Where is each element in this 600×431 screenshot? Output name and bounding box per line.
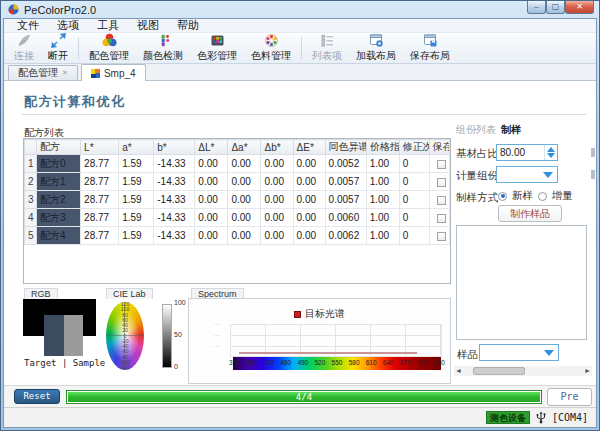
formula-table: 配方 L* a* b* ΔL* Δa* Δb* ΔE* 同色异谱 价格指数 修正…: [23, 138, 451, 284]
window-title: PeColorPro2.0: [24, 4, 96, 16]
statusbar: 测色设备 [COM4]: [4, 407, 596, 427]
table-row[interactable]: 4 配方3 28.77 1.59 -14.33 0.00 0.00 0.00 0…: [25, 209, 450, 227]
connect-button: 连接: [7, 33, 41, 63]
progress-fill: 4/4: [68, 392, 540, 402]
table-row[interactable]: 5 配方4 28.77 1.59 -14.33 0.00 0.00 0.00 0…: [25, 227, 450, 245]
maximize-button[interactable]: ▢: [546, 1, 565, 14]
menu-view[interactable]: 视图: [128, 19, 168, 32]
color-detect-button[interactable]: 颜色检测: [136, 33, 190, 63]
component-listbox[interactable]: [456, 225, 587, 340]
formula-name-cell[interactable]: 配方0: [37, 155, 81, 173]
connect-icon: [17, 33, 32, 48]
progress-text: 4/4: [68, 392, 540, 402]
palette-icon: [264, 33, 279, 48]
sample-select[interactable]: [479, 344, 559, 361]
window-frame: PeColorPro2.0 – ▢ ✕ 文件 选项 工具 视图 帮助 连接: [0, 0, 600, 431]
color-management-button[interactable]: 色彩管理: [190, 33, 244, 63]
table-row[interactable]: 2 配方1 28.77 1.59 -14.33 0.00 0.00 0.00 0…: [25, 173, 450, 191]
tab-rgb-panel[interactable]: RGB: [24, 288, 58, 299]
l-tick-100: 100: [174, 299, 186, 306]
reset-button[interactable]: Reset: [14, 389, 60, 404]
target-color-swatch: [44, 315, 64, 356]
legend-label: 目标光谱: [305, 307, 345, 321]
color-detect-icon: [156, 33, 171, 48]
minimize-button[interactable]: –: [527, 1, 546, 14]
menu-file[interactable]: 文件: [8, 19, 48, 32]
save-checkbox[interactable]: [437, 196, 446, 205]
load-layout-icon: [369, 33, 384, 48]
app-window: 文件 选项 工具 视图 帮助 连接 断开: [3, 18, 597, 428]
main-content: 配方计算和优化 配方列表 配方 L*: [4, 81, 596, 385]
target-spectrum-line: [239, 352, 417, 354]
tab-smp4[interactable]: Smp_4: [81, 64, 146, 81]
clipped-text-fragment: [591, 170, 595, 179]
table-header-row: 配方 L* a* b* ΔL* Δa* Δb* ΔE* 同色异谱 价格指数 修正…: [25, 140, 450, 155]
base-ratio-value[interactable]: 80.00: [497, 145, 544, 160]
spectrum-legend: 目标光谱: [189, 307, 450, 321]
tab-cielab-panel[interactable]: CIE Lab: [106, 288, 153, 299]
colorant-management-button[interactable]: 色料管理: [244, 33, 298, 63]
spin-down-icon[interactable]: [547, 153, 555, 158]
menubar: 文件 选项 工具 视图 帮助: [4, 19, 596, 33]
menu-help[interactable]: 帮助: [168, 19, 208, 32]
cielab-b-ticks: 120100 8060 4020 0-20 -40-60 -80-100 -12…: [112, 302, 138, 370]
titlebar[interactable]: PeColorPro2.0 – ▢ ✕: [1, 1, 599, 18]
tab-component-list[interactable]: 组份列表: [456, 123, 496, 137]
radio-new-sample[interactable]: [498, 192, 507, 201]
scroll-right-icon[interactable]: ►: [583, 366, 592, 376]
color-wheel-icon: [102, 33, 117, 48]
lightness-gradient-bar: [162, 304, 172, 368]
save-checkbox[interactable]: [437, 160, 446, 169]
formula-name-cell[interactable]: 配方4: [37, 227, 81, 245]
close-tab-icon[interactable]: ✕: [62, 69, 68, 77]
color-matching-button[interactable]: 配色管理: [82, 33, 136, 63]
tab-make-sample[interactable]: 制样: [501, 123, 521, 137]
l-tick-0: 0: [174, 363, 178, 370]
dosing-component-select[interactable]: [496, 166, 558, 183]
base-ratio-stepper[interactable]: 80.00: [496, 144, 558, 161]
save-checkbox[interactable]: [437, 214, 446, 223]
close-button[interactable]: ✕: [565, 1, 594, 14]
disconnect-button[interactable]: 断开: [41, 33, 75, 63]
spin-up-icon[interactable]: [547, 147, 555, 152]
rgb-caption: Target | Sample: [24, 358, 105, 368]
sample-color-swatch: [64, 315, 83, 356]
color-chart-icon: [210, 33, 225, 48]
radio-increment-label[interactable]: 增量: [552, 189, 573, 203]
save-layout-button[interactable]: 保存布局: [403, 33, 457, 63]
method-label: 制样方式: [456, 191, 498, 205]
method-radio-group: 新样 增量: [498, 189, 573, 203]
scrollbar-thumb[interactable]: [473, 367, 525, 375]
sample-label: 样品: [457, 348, 478, 362]
save-checkbox[interactable]: [437, 178, 446, 187]
menu-options[interactable]: 选项: [48, 19, 88, 32]
table-row[interactable]: 1 配方0 28.77 1.59 -14.33 0.00 0.00 0.00 0…: [25, 155, 450, 173]
formula-name-cell[interactable]: 配方1: [37, 173, 81, 191]
list-icon: [320, 33, 335, 48]
radio-new-sample-label[interactable]: 新样: [512, 189, 533, 203]
document-tabbar: 配色管理 ✕ Smp_4: [4, 64, 596, 81]
table-row[interactable]: 3 配方2 28.77 1.59 -14.33 0.00 0.00 0.00 0…: [25, 191, 450, 209]
pre-button[interactable]: Pre: [547, 388, 592, 406]
device-status-badge: 测色设备: [486, 411, 530, 424]
spectrum-y-ticks: ... ... ...: [213, 320, 221, 348]
scroll-left-icon[interactable]: ◄: [454, 366, 463, 376]
sample-tab-icon: [91, 69, 100, 78]
menu-tools[interactable]: 工具: [88, 19, 128, 32]
load-layout-button[interactable]: 加载布局: [349, 33, 403, 63]
right-panel-hscrollbar[interactable]: ◄ ►: [454, 366, 592, 376]
page-title: 配方计算和优化: [24, 93, 126, 111]
tab-color-matching[interactable]: 配色管理 ✕: [8, 65, 78, 80]
spectrum-x-labels: 370400 430460 490520 550580 610640 67070…: [229, 359, 445, 366]
save-checkbox[interactable]: [437, 232, 446, 241]
formula-name-cell[interactable]: 配方2: [37, 191, 81, 209]
chevron-down-icon: [543, 172, 553, 178]
list-items-button: 列表项: [305, 33, 349, 63]
dosing-component-label: 计量组份: [456, 169, 498, 183]
legend-marker: [294, 311, 301, 318]
formula-name-cell[interactable]: 配方3: [37, 209, 81, 227]
usb-icon: [536, 411, 546, 424]
radio-increment[interactable]: [538, 192, 547, 201]
l-tick-50: 50: [174, 331, 182, 338]
make-sample-button[interactable]: 制作样品: [498, 205, 562, 222]
